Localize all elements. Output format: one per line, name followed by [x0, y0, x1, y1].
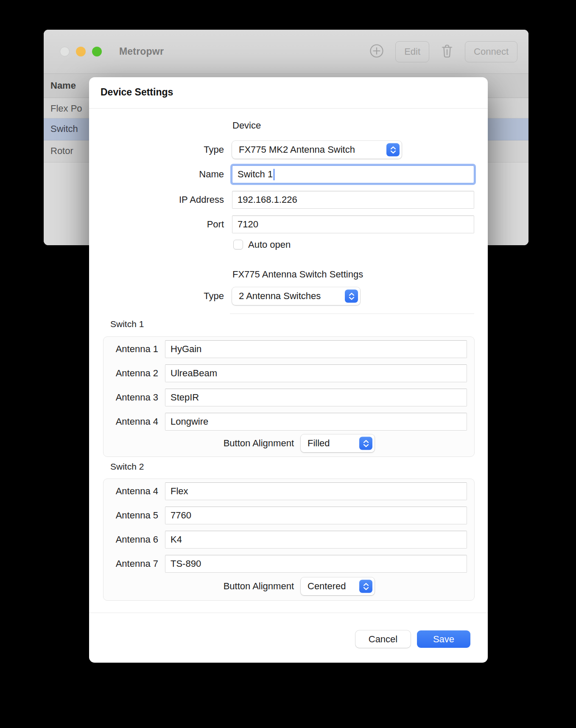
- section-divider: [230, 314, 474, 314]
- plus-circle-icon: [369, 43, 384, 60]
- name-input-value: Switch 1: [238, 169, 273, 180]
- dialog-title: Device Settings: [101, 87, 173, 98]
- minimize-window-button[interactable]: [76, 47, 86, 56]
- antenna-input[interactable]: [165, 413, 467, 431]
- switch1-alignment-value: Filled: [308, 438, 330, 449]
- antenna-label: Antenna 4: [103, 482, 158, 500]
- antenna-label: Antenna 7: [103, 555, 158, 573]
- switch2-alignment-value: Centered: [308, 581, 346, 592]
- antenna-input[interactable]: [165, 555, 467, 573]
- antenna-label: Antenna 1: [103, 340, 158, 358]
- up-down-chevrons-icon: [386, 143, 400, 157]
- ip-address-input[interactable]: [232, 191, 474, 209]
- close-window-button[interactable]: [60, 47, 70, 56]
- antenna-label: Antenna 2: [103, 364, 158, 382]
- antenna-input[interactable]: [165, 531, 467, 549]
- antenna-input[interactable]: [165, 389, 467, 406]
- zoom-window-button[interactable]: [92, 47, 102, 56]
- button-alignment-label: Button Alignment: [167, 434, 294, 452]
- port-input[interactable]: [232, 216, 474, 233]
- add-device-button[interactable]: [369, 43, 384, 60]
- switch-type-dropdown[interactable]: 2 Antenna Switches: [232, 287, 360, 305]
- edit-button[interactable]: Edit: [395, 41, 429, 62]
- table-row-label: Switch: [50, 123, 78, 134]
- type-label: Type: [89, 141, 224, 159]
- window-title: Metropwr: [119, 46, 164, 57]
- cancel-button[interactable]: Cancel: [355, 630, 411, 648]
- title-bar: Metropwr Edit Conn: [44, 30, 528, 74]
- footer-divider: [89, 613, 488, 613]
- switch-type-label: Type: [89, 287, 224, 305]
- antenna-input[interactable]: [165, 364, 467, 382]
- switch1-alignment-dropdown[interactable]: Filled: [301, 434, 375, 452]
- device-section-header: Device: [232, 120, 261, 131]
- title-divider: [89, 108, 488, 109]
- table-row-label: Rotor: [50, 146, 73, 156]
- switch2-alignment-dropdown[interactable]: Centered: [301, 577, 375, 595]
- name-label: Name: [89, 165, 224, 183]
- device-settings-dialog: Device Settings Device Type FX775 MK2 An…: [89, 77, 488, 663]
- antenna-input[interactable]: [165, 482, 467, 500]
- trash-icon: [440, 43, 454, 60]
- cancel-button-label: Cancel: [369, 634, 397, 645]
- up-down-chevrons-icon: [345, 290, 358, 303]
- text-caret: [274, 169, 274, 180]
- connect-button[interactable]: Connect: [465, 41, 517, 62]
- antenna-label: Antenna 5: [103, 507, 158, 524]
- edit-button-label: Edit: [404, 46, 420, 57]
- switch2-title: Switch 2: [110, 462, 144, 472]
- delete-device-button[interactable]: [440, 43, 454, 60]
- auto-open-checkbox[interactable]: [233, 240, 243, 249]
- save-button-label: Save: [433, 634, 454, 645]
- switch-type-value: 2 Antenna Switches: [239, 291, 321, 302]
- fx775-section-header: FX775 Antenna Switch Settings: [232, 269, 363, 280]
- antenna-label: Antenna 4: [103, 413, 158, 431]
- antenna-label: Antenna 3: [103, 389, 158, 406]
- device-type-value: FX775 MK2 Antenna Switch: [239, 144, 355, 155]
- save-button[interactable]: Save: [417, 630, 470, 648]
- name-input[interactable]: Switch 1: [232, 165, 474, 183]
- switch1-groupbox: Antenna 1 Antenna 2 Antenna 3 Antenna 4 …: [103, 336, 475, 457]
- port-label: Port: [89, 216, 224, 233]
- switch2-groupbox: Antenna 4 Antenna 5 Antenna 6 Antenna 7 …: [103, 479, 475, 601]
- antenna-label: Antenna 6: [103, 531, 158, 549]
- antenna-input[interactable]: [165, 340, 467, 358]
- button-alignment-label: Button Alignment: [167, 577, 294, 595]
- antenna-input[interactable]: [165, 507, 467, 524]
- auto-open-label: Auto open: [248, 239, 291, 250]
- switch1-title: Switch 1: [110, 319, 144, 329]
- connect-button-label: Connect: [474, 46, 509, 57]
- up-down-chevrons-icon: [359, 437, 372, 450]
- table-row-label: Flex Po: [50, 103, 82, 114]
- ip-address-label: IP Address: [89, 191, 224, 209]
- up-down-chevrons-icon: [359, 580, 372, 593]
- device-type-dropdown[interactable]: FX775 MK2 Antenna Switch: [232, 141, 402, 159]
